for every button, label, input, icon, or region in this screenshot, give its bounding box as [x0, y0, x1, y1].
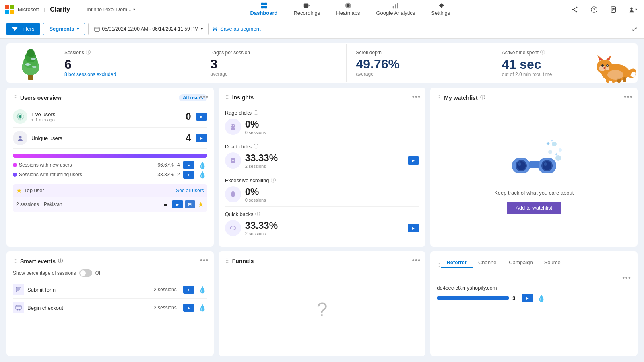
referrer-heatmap-button[interactable]: 💧	[537, 294, 546, 302]
svg-point-87	[544, 162, 547, 166]
document-icon[interactable]	[607, 3, 620, 16]
tab-google-analytics[interactable]: Google Analytics	[368, 0, 423, 19]
smart-events-card: ⠿ Smart events ⓘ ••• Show percentage of …	[6, 251, 214, 356]
unique-users-info: Unique users	[31, 135, 186, 141]
expand-icon[interactable]: ⤢	[632, 25, 638, 33]
smart-events-info-icon[interactable]: ⓘ	[58, 258, 63, 265]
recordings-icon	[303, 2, 310, 9]
excessive-scrolling-info-icon[interactable]: ⓘ	[271, 177, 276, 184]
users-progress-bar	[13, 154, 207, 158]
share-icon[interactable]	[568, 3, 581, 16]
smart-events-title: Smart events ⓘ	[20, 258, 63, 265]
toolbar: Filters Segments ▾ 05/01/2024 12:00 AM -…	[0, 19, 644, 39]
new-users-record-button[interactable]	[183, 161, 194, 169]
svg-marker-71	[229, 227, 231, 229]
referrer-card: ⠿ Referrer Channel Campaign Source ••• d…	[430, 251, 638, 356]
add-to-watchlist-button[interactable]: Add to watchlist	[507, 202, 561, 214]
svg-rect-7	[264, 6, 266, 8]
smart-events-more-menu[interactable]: •••	[200, 257, 209, 264]
dead-clicks-title: Dead clicks ⓘ	[225, 143, 419, 150]
watchlist-more-menu[interactable]: •••	[624, 93, 633, 101]
sessions-sub: 8 bot sessions excluded	[64, 72, 190, 77]
toggle-knob	[80, 270, 86, 276]
begin-checkout-heatmap-button[interactable]: 💧	[198, 304, 207, 312]
main-content: Sessions ⓘ 6 8 bot sessions excluded Pag…	[0, 39, 644, 362]
referrer-domain: dd4cec-c8.myshopify.com	[437, 285, 631, 291]
top-user-gold-star-icon: ★	[198, 200, 204, 209]
top-user-record-button[interactable]	[172, 200, 183, 208]
project-selector[interactable]: Infinite Pixel Dem... ▾	[87, 6, 135, 12]
watchlist-info-icon[interactable]: ⓘ	[480, 94, 485, 101]
tab-channel[interactable]: Channel	[473, 258, 503, 268]
svg-point-66	[233, 125, 234, 126]
new-users-heatmap-button[interactable]: 💧	[198, 161, 207, 169]
top-user-heatmap-button[interactable]: ⊞	[185, 200, 195, 208]
tab-recordings[interactable]: Recordings	[285, 0, 328, 19]
users-more-menu[interactable]: •••	[200, 93, 209, 101]
tab-dashboard[interactable]: Dashboard	[242, 0, 286, 19]
excessive-scrolling-title: Excessive scrolling ⓘ	[225, 177, 419, 184]
referrer-more-menu[interactable]: •••	[437, 274, 631, 282]
rage-clicks-info-icon[interactable]: ⓘ	[254, 109, 258, 116]
referrer-record-button[interactable]	[522, 294, 533, 302]
nav-right-actions: ▾	[568, 3, 639, 16]
svg-point-10	[347, 4, 349, 7]
filters-button[interactable]: Filters	[6, 23, 40, 35]
svg-rect-6	[261, 6, 263, 8]
tab-campaign[interactable]: Campaign	[503, 258, 538, 268]
svg-rect-32	[214, 29, 217, 31]
returning-users-heatmap-button[interactable]: 💧	[198, 171, 207, 179]
referrer-card-header: ⠿ Referrer Channel Campaign Source	[437, 258, 631, 273]
funnels-more-menu[interactable]: •••	[412, 257, 421, 264]
returning-users-record-button[interactable]	[183, 171, 194, 179]
submit-form-event-row: Submit form 2 sessions 💧	[13, 281, 207, 299]
referrer-count: 3	[512, 295, 515, 301]
dead-clicks-record-button[interactable]	[408, 156, 419, 165]
see-all-users-link[interactable]: See all users	[176, 188, 204, 193]
watchlist-drag-icon: ⠿	[437, 95, 441, 101]
smart-events-drag-icon: ⠿	[13, 258, 17, 265]
live-users-record-button[interactable]	[196, 113, 207, 121]
help-icon[interactable]	[588, 3, 601, 16]
account-icon[interactable]: ▾	[626, 3, 639, 16]
begin-checkout-record-button[interactable]	[183, 304, 194, 312]
submit-form-heatmap-button[interactable]: 💧	[198, 286, 207, 294]
segments-button[interactable]: Segments ▾	[43, 23, 85, 35]
sessions-percentage-toggle[interactable]	[79, 269, 92, 277]
tab-referrer[interactable]: Referrer	[441, 258, 473, 268]
excessive-scrolling-block: Excessive scrolling ⓘ 0% 0 sessions	[225, 173, 419, 207]
stats-row: Sessions ⓘ 6 8 bot sessions excluded Pag…	[6, 43, 638, 83]
quick-backs-title: Quick backs ⓘ	[225, 211, 419, 218]
save-segment-button[interactable]: Save as segment	[212, 26, 260, 32]
nav-divider	[80, 4, 80, 15]
tab-source[interactable]: Source	[539, 258, 566, 268]
dead-clicks-row: 33.33% 2 sessions	[225, 152, 419, 169]
save-segment-label: Save as segment	[220, 26, 260, 32]
svg-line-17	[574, 8, 576, 9]
tab-settings-label: Settings	[431, 10, 450, 16]
unique-users-record-button[interactable]	[196, 134, 207, 142]
quick-backs-sessions: 2 sessions	[245, 231, 404, 236]
quick-backs-record-button[interactable]	[408, 224, 419, 232]
new-users-count: 4	[177, 162, 180, 168]
active-time-info-icon[interactable]: ⓘ	[540, 49, 545, 56]
svg-text:✦: ✦	[554, 152, 558, 157]
insights-more-menu[interactable]: •••	[412, 93, 421, 101]
tab-heatmaps[interactable]: Heatmaps	[328, 0, 368, 19]
microsoft-logo-icon	[5, 5, 14, 14]
submit-form-record-button[interactable]	[183, 286, 194, 294]
dead-clicks-info-icon[interactable]: ⓘ	[254, 143, 258, 150]
svg-point-97	[17, 309, 18, 311]
insights-card: ⠿ Insights ••• Rage clicks ⓘ 0% 0 sessio…	[219, 88, 426, 247]
quick-backs-info-icon[interactable]: ⓘ	[255, 211, 260, 218]
insights-header: ⠿ Insights •••	[225, 94, 419, 101]
sessions-info-icon[interactable]: ⓘ	[86, 49, 91, 56]
returning-users-legend-right: 33.33% 2 💧	[157, 171, 207, 179]
main-grid-top: ⠿ Users overview All users ••• Live user…	[6, 88, 638, 247]
tree-mascot	[6, 43, 55, 83]
date-range-button[interactable]: 05/01/2024 12:00 AM - 06/14/2024 11:59 P…	[88, 23, 209, 35]
toggle-state: Off	[95, 270, 102, 276]
quick-backs-block: Quick backs ⓘ 33.33% 2 sessions	[225, 207, 419, 240]
rage-clicks-row: 0% 0 sessions	[225, 119, 419, 135]
tab-settings[interactable]: Settings	[423, 0, 458, 19]
